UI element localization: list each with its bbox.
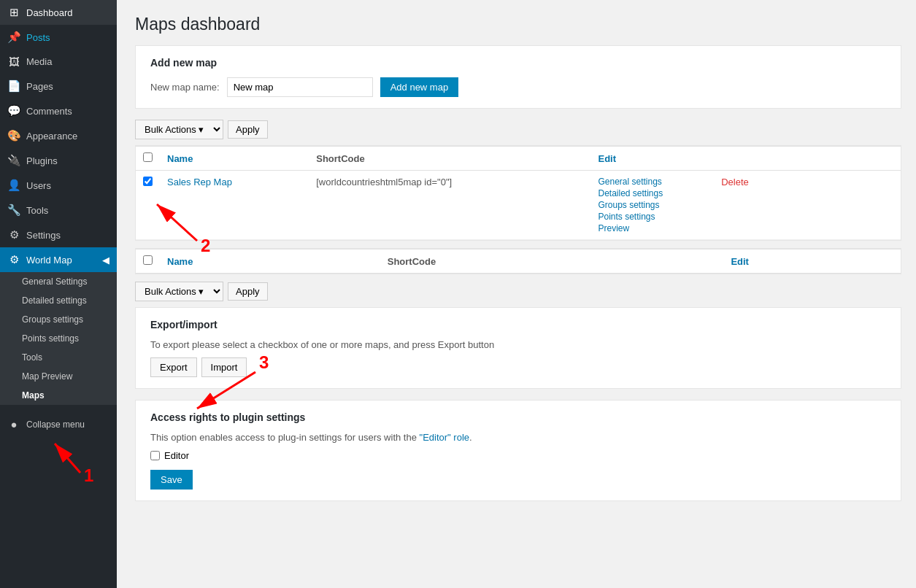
sidebar-item-label: Media	[26, 56, 52, 67]
submenu-maps[interactable]: Maps	[0, 386, 117, 405]
editor-role-link[interactable]: "Editor" role	[420, 432, 469, 443]
bulk-actions-select-top[interactable]: Bulk Actions ▾	[135, 120, 223, 139]
apply-button-top[interactable]: Apply	[228, 120, 268, 139]
row-edit-cell: General settings Detailed settings Group…	[590, 171, 901, 240]
sidebar-item-appearance[interactable]: 🎨 Appearance	[0, 123, 117, 148]
export-import-description: To export please select a checkbox of on…	[150, 339, 886, 350]
add-new-map-button[interactable]: Add new map	[380, 77, 459, 97]
sidebar-item-label: Pages	[26, 81, 53, 92]
bulk-actions-bar-top: Bulk Actions ▾ Apply	[135, 120, 901, 139]
table-header-row-top: Name ShortCode Edit	[136, 147, 901, 171]
submenu-general-settings[interactable]: General Settings	[0, 272, 117, 291]
plugins-icon: 🔌	[7, 154, 20, 167]
apply-button-bottom[interactable]: Apply	[228, 282, 268, 301]
pages-icon: 📄	[7, 80, 20, 93]
import-button[interactable]: Import	[201, 357, 247, 377]
sidebar: ⊞ Dashboard 📌 Posts 🖼 Media 📄 Pages 💬 Co…	[0, 0, 117, 588]
add-new-map-section: Add new map New map name: Add new map	[135, 45, 901, 109]
header-name-col-bottom: Name	[160, 249, 380, 274]
sidebar-item-label: Plugins	[26, 155, 58, 166]
sidebar-item-pages[interactable]: 📄 Pages	[0, 74, 117, 98]
header-shortcode-col: ShortCode	[309, 147, 590, 171]
media-icon: 🖼	[7, 55, 20, 68]
header-name-col: Name	[160, 147, 309, 171]
delete-link[interactable]: Delete	[721, 177, 749, 187]
export-import-buttons: Export Import	[150, 357, 886, 377]
row-shortcode-cell: [worldcountrieshtml5map id="0"]	[309, 171, 590, 240]
submenu-points-settings[interactable]: Points settings	[0, 329, 117, 348]
maps-table-top-container: Name ShortCode Edit Sales Rep Map [world…	[135, 145, 901, 241]
select-all-checkbox-bottom[interactable]	[143, 255, 153, 265]
sidebar-item-media[interactable]: 🖼 Media	[0, 50, 117, 74]
bulk-actions-select-bottom[interactable]: Bulk Actions ▾	[135, 282, 223, 301]
sidebar-item-comments[interactable]: 💬 Comments	[0, 98, 117, 123]
sidebar-item-plugins[interactable]: 🔌 Plugins	[0, 148, 117, 173]
preview-link[interactable]: Preview	[598, 223, 663, 233]
page-title: Maps dashboard	[135, 15, 901, 34]
add-map-title: Add new map	[150, 57, 886, 69]
select-all-checkbox-top[interactable]	[143, 152, 153, 162]
comments-icon: 💬	[7, 104, 20, 117]
world-map-icon: ⚙	[7, 253, 20, 266]
collapse-label: Collapse menu	[26, 419, 85, 430]
row-name-cell: Sales Rep Map	[160, 171, 309, 240]
save-button[interactable]: Save	[150, 470, 193, 490]
sidebar-item-label: Appearance	[26, 131, 77, 142]
editor-checkbox-row: Editor	[150, 450, 886, 461]
users-icon: 👤	[7, 179, 20, 192]
header-checkbox-col-bottom	[136, 249, 160, 274]
sidebar-item-world-map[interactable]: ⚙ World Map ◀	[0, 247, 117, 272]
editor-checkbox[interactable]	[150, 451, 160, 460]
sidebar-item-users[interactable]: 👤 Users	[0, 173, 117, 198]
sidebar-item-label: Posts	[26, 32, 50, 43]
new-map-name-input[interactable]	[227, 77, 373, 97]
submenu-map-preview[interactable]: Map Preview	[0, 367, 117, 386]
dashboard-icon: ⊞	[7, 6, 20, 19]
posts-icon: 📌	[7, 31, 20, 44]
row-checkbox[interactable]	[143, 177, 153, 186]
row-checkbox-cell	[136, 171, 160, 240]
tools-icon: 🔧	[7, 204, 20, 217]
sidebar-item-dashboard[interactable]: ⊞ Dashboard	[0, 0, 117, 25]
sidebar-item-posts[interactable]: 📌 Posts	[0, 25, 117, 50]
bulk-actions-bar-bottom: Bulk Actions ▾ Apply	[135, 282, 901, 301]
submenu-groups-settings[interactable]: Groups settings	[0, 310, 117, 329]
sidebar-item-label: Tools	[26, 205, 48, 216]
general-settings-link[interactable]: General settings	[598, 177, 663, 187]
new-map-name-label: New map name:	[150, 82, 220, 93]
header-edit-col-bottom: Edit	[723, 249, 901, 274]
header-edit-col: Edit	[590, 147, 901, 171]
collapse-icon: ●	[7, 418, 20, 430]
points-settings-link[interactable]: Points settings	[598, 212, 663, 222]
shortcode-value: [worldcountrieshtml5map id="0"]	[316, 177, 452, 187]
detailed-settings-link[interactable]: Detailed settings	[598, 188, 663, 198]
submenu-tools[interactable]: Tools	[0, 348, 117, 367]
editor-label: Editor	[164, 450, 189, 461]
sidebar-item-label: World Map	[26, 255, 72, 266]
access-rights-section: Access rights to plugin settings This op…	[135, 400, 901, 501]
sidebar-item-settings[interactable]: ⚙ Settings	[0, 223, 117, 247]
settings-icon: ⚙	[7, 228, 20, 241]
access-rights-title: Access rights to plugin settings	[150, 411, 886, 423]
export-import-section: Export/import To export please select a …	[135, 307, 901, 389]
sidebar-item-label: Dashboard	[26, 7, 73, 18]
header-checkbox-col	[136, 147, 160, 171]
maps-table-bottom-container: Name ShortCode Edit	[135, 248, 901, 274]
export-import-title: Export/import	[150, 319, 886, 330]
appearance-icon: 🎨	[7, 129, 20, 142]
export-button[interactable]: Export	[150, 357, 197, 377]
world-map-submenu: General Settings Detailed settings Group…	[0, 272, 117, 405]
map-name-link[interactable]: Sales Rep Map	[167, 177, 232, 187]
sidebar-collapse-menu[interactable]: ● Collapse menu	[0, 412, 117, 436]
header-shortcode-col-bottom: ShortCode	[380, 249, 724, 274]
sidebar-item-label: Comments	[26, 106, 72, 117]
groups-settings-link[interactable]: Groups settings	[598, 200, 663, 210]
submenu-detailed-settings[interactable]: Detailed settings	[0, 291, 117, 310]
access-rights-description: This option enables access to plug-in se…	[150, 432, 886, 443]
sidebar-item-label: Users	[26, 180, 51, 191]
sidebar-item-tools[interactable]: 🔧 Tools	[0, 198, 117, 223]
main-content: Maps dashboard Add new map New map name:…	[117, 0, 916, 588]
edit-cell: General settings Detailed settings Group…	[598, 177, 893, 233]
table-row: Sales Rep Map [worldcountrieshtml5map id…	[136, 171, 901, 240]
edit-links: General settings Detailed settings Group…	[598, 177, 663, 233]
